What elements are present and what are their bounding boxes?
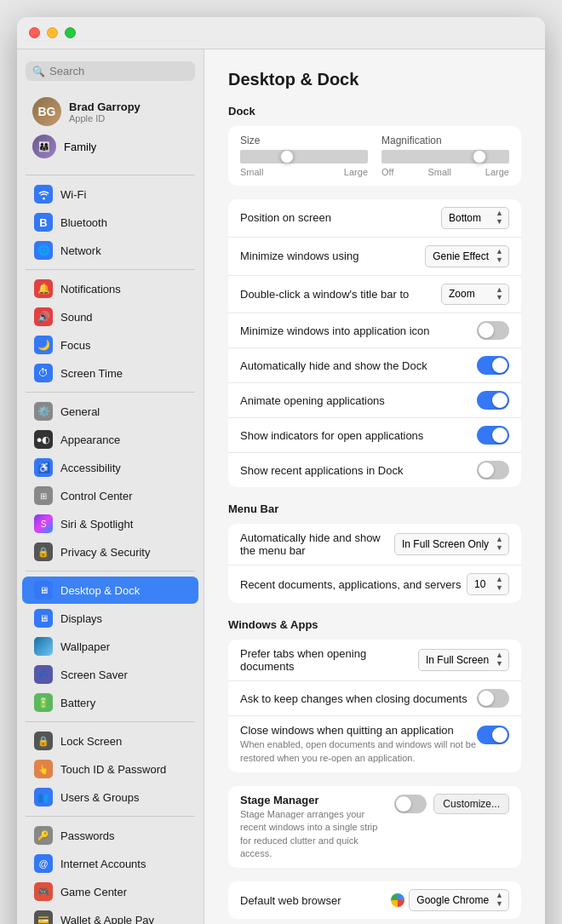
sidebar-item-accessibility[interactable]: ♿ Accessibility: [22, 454, 198, 481]
closewindows-label-group: Close windows when quitting an applicati…: [240, 724, 477, 765]
default-browser-control[interactable]: Google Chrome ▲▼: [391, 889, 509, 911]
passwords-label: Passwords: [60, 829, 115, 842]
sidebar-group-passwords: 🔑 Passwords @ Internet Accounts 🎮 Game C…: [17, 822, 204, 924]
family-item[interactable]: 👨‍👩‍👧 Family: [26, 130, 195, 163]
sidebar-item-displays[interactable]: 🖥 Displays: [22, 605, 198, 632]
general-label: General: [60, 405, 100, 418]
sidebar-item-privacy[interactable]: 🔒 Privacy & Security: [22, 538, 198, 565]
recentdocs-arrows: ▲▼: [496, 576, 503, 593]
sidebar-item-gamecenter[interactable]: 🎮 Game Center: [22, 878, 198, 905]
animate-toggle[interactable]: [477, 391, 509, 410]
autohidemenubar-value: In Full Screen Only: [402, 538, 489, 550]
content-area: 🔍 BG Brad Garropy Apple ID 👨‍👩‍👧 Family: [17, 49, 545, 924]
mag-slider[interactable]: [381, 150, 509, 164]
wallet-label: Wallet & Apple Pay: [60, 914, 154, 925]
sidebar-item-wifi[interactable]: Wi-Fi: [22, 181, 198, 208]
asktokeep-row: Ask to keep changes when closing documen…: [228, 681, 521, 716]
stage-manager-sub: Stage Manager arranges your recent windo…: [240, 808, 384, 861]
stage-manager-title: Stage Manager: [240, 794, 384, 806]
sidebar-item-passwords[interactable]: 🔑 Passwords: [22, 822, 198, 849]
closewindows-sublabel: When enabled, open documents and windows…: [240, 738, 477, 765]
search-bar[interactable]: 🔍: [26, 61, 195, 81]
divider-6: [26, 816, 195, 817]
recentdocs-row: Recent documents, applications, and serv…: [228, 565, 521, 603]
minimize-label: Minimize windows using: [240, 250, 425, 262]
mag-off-label: Off: [381, 167, 393, 177]
sidebar-item-wallet[interactable]: 💳 Wallet & Apple Pay: [22, 906, 198, 924]
minimize-row: Minimize windows using Genie Effect ▲▼: [228, 238, 521, 276]
prefertabs-select[interactable]: In Full Screen ▲▼: [418, 649, 509, 671]
sidebar-item-wallpaper[interactable]: Wallpaper: [22, 633, 198, 660]
maximize-button[interactable]: [65, 27, 76, 38]
sidebar-item-desktop[interactable]: 🖥 Desktop & Dock: [22, 577, 198, 604]
sidebar-item-internetaccounts[interactable]: @ Internet Accounts: [22, 850, 198, 877]
sidebar-item-users[interactable]: 👥 Users & Groups: [22, 783, 198, 811]
minimize-select[interactable]: Genie Effect ▲▼: [425, 245, 509, 267]
sidebar-item-battery[interactable]: 🔋 Battery: [22, 689, 198, 716]
sidebar-item-controlcenter[interactable]: ⊞ Control Center: [22, 482, 198, 509]
privacy-icon: 🔒: [34, 542, 53, 561]
sidebar-item-lockscreen[interactable]: 🔒 Lock Screen: [22, 727, 198, 755]
search-icon: 🔍: [32, 66, 45, 77]
closewindows-toggle[interactable]: [477, 726, 509, 744]
privacy-label: Privacy & Security: [60, 546, 150, 559]
indicators-toggle[interactable]: [477, 426, 509, 445]
mintoapp-toggle[interactable]: [477, 321, 509, 340]
doubleclick-select[interactable]: Zoom ▲▼: [441, 284, 509, 306]
touchid-label: Touch ID & Password: [60, 763, 166, 776]
animate-row: Animate opening applications: [228, 383, 521, 418]
divider-4: [26, 571, 195, 571]
sidebar-item-screensaver[interactable]: 💤 Screen Saver: [22, 661, 198, 688]
size-labels: Small Large: [240, 167, 368, 177]
sidebar-item-bluetooth[interactable]: B Bluetooth: [22, 209, 198, 236]
recentdocs-select[interactable]: 10 ▲▼: [467, 573, 509, 595]
wifi-icon: [34, 185, 53, 204]
sidebar-group-notifications: 🔔 Notifications 🔊 Sound 🌙 Focus ⏱ Screen…: [17, 275, 204, 387]
sidebar-item-touchid[interactable]: 👆 Touch ID & Password: [22, 755, 198, 783]
showrecent-row: Show recent applications in Dock: [228, 453, 521, 487]
internetaccounts-icon: @: [34, 854, 53, 873]
position-select[interactable]: Bottom ▲▼: [441, 207, 509, 229]
doubleclick-row: Double-click a window's title bar to Zoo…: [228, 276, 521, 314]
divider-2: [26, 269, 195, 270]
sidebar-item-notifications[interactable]: 🔔 Notifications: [22, 275, 198, 302]
default-browser-select[interactable]: Google Chrome ▲▼: [409, 889, 509, 911]
recentdocs-value: 10: [474, 578, 485, 590]
divider-1: [26, 175, 195, 175]
sidebar-item-general[interactable]: ⚙️ General: [22, 398, 198, 425]
user-profile-item[interactable]: BG Brad Garropy Apple ID: [26, 93, 195, 130]
screensaver-icon: 💤: [34, 665, 53, 684]
displays-icon: 🖥: [34, 609, 53, 628]
autohide-toggle[interactable]: [477, 356, 509, 375]
size-slider[interactable]: [240, 150, 368, 164]
minimize-arrows: ▲▼: [496, 248, 503, 265]
menubar-settings-card: Automatically hide and show the menu bar…: [228, 524, 521, 603]
close-button[interactable]: [29, 27, 40, 38]
desktop-icon: 🖥: [34, 581, 53, 600]
stage-right: Customize...: [394, 794, 509, 814]
sidebar-item-appearance[interactable]: ●◐ Appearance: [22, 426, 198, 453]
doubleclick-arrows: ▲▼: [496, 286, 503, 303]
sidebar-item-sound[interactable]: 🔊 Sound: [22, 303, 198, 330]
stage-manager-row: Stage Manager Stage Manager arranges you…: [228, 786, 521, 869]
sidebar-item-network[interactable]: 🌐 Network: [22, 237, 198, 264]
stage-manager-card: Stage Manager Stage Manager arranges you…: [228, 786, 521, 869]
customize-button[interactable]: Customize...: [433, 794, 509, 814]
minimize-button[interactable]: [47, 27, 58, 38]
dock-section-title: Dock: [228, 105, 521, 118]
sidebar-group-network: Wi-Fi B Bluetooth 🌐 Network: [17, 181, 204, 264]
appearance-icon: ●◐: [34, 430, 53, 449]
siri-label: Siri & Spotlight: [60, 518, 133, 531]
showrecent-toggle[interactable]: [477, 461, 509, 479]
sidebar-item-screentime[interactable]: ⏱ Screen Time: [22, 359, 198, 387]
desktop-label: Desktop & Dock: [60, 584, 140, 597]
default-browser-arrows: ▲▼: [496, 892, 503, 909]
sound-label: Sound: [60, 311, 93, 324]
default-browser-card: Default web browser Google Chrome ▲▼: [228, 881, 521, 919]
sidebar-item-siri[interactable]: S Siri & Spotlight: [22, 510, 198, 537]
stage-manager-toggle[interactable]: [394, 795, 427, 813]
sidebar-item-focus[interactable]: 🌙 Focus: [22, 331, 198, 359]
autohidemenubar-select[interactable]: In Full Screen Only ▲▼: [394, 533, 509, 555]
search-input[interactable]: [49, 65, 188, 77]
asktokeep-toggle[interactable]: [477, 689, 509, 708]
